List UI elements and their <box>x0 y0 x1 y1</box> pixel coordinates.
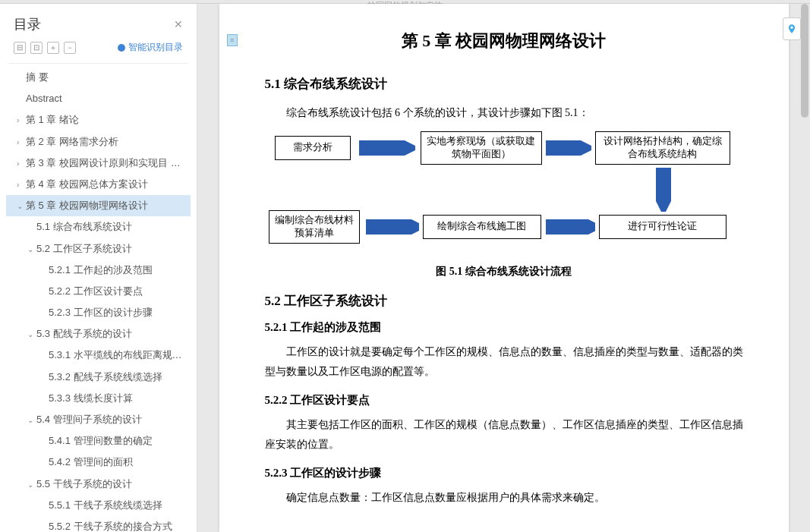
sidebar-title: 目录 <box>14 15 41 33</box>
toc-item-label: 5.5.2 干线子系统的接合方式 <box>49 521 172 532</box>
flowchart: 需求分析 实地考察现场（或获取建筑物平面图） 设计网络拓扑结构，确定综合布线系统… <box>269 131 739 259</box>
content-area: ≡ 第 5 章 校园网物理网络设计 5.1 综合布线系统设计 综合布线系统设计包… <box>197 4 810 532</box>
toc-item[interactable]: 5.3.3 线缆长度计算 <box>6 388 191 409</box>
chevron-down-icon[interactable]: ⌄ <box>27 415 35 426</box>
toc-item[interactable]: ⌄5.4 管理间子系统的设计 <box>6 409 191 430</box>
toc-item[interactable]: 5.3.2 配线子系统线缆选择 <box>6 367 191 388</box>
page-marker-icon[interactable]: ≡ <box>227 34 238 46</box>
heading-5-2: 5.2 工作区子系统设计 <box>265 292 743 310</box>
expand-plus-icon[interactable]: ＋ <box>47 42 59 54</box>
flow-box-5: 绘制综合布线施工图 <box>423 215 541 239</box>
heading-5-2-3: 5.2.3 工作区的设计步骤 <box>265 466 743 480</box>
toc-item[interactable]: 5.3.1 水平缆线的布线距离规… <box>6 345 191 366</box>
toc-item-label: 5.3.2 配线子系统线缆选择 <box>49 371 162 382</box>
heading-5-2-2: 5.2.2 工作区设计要点 <box>265 393 743 408</box>
toc-item-label: 5.4.1 管理间数量的确定 <box>49 435 153 446</box>
para-5-2-1: 工作区的设计就是要确定每个工作区的规模、信息点的数量、信息插座的类型与数量、适配… <box>265 342 743 382</box>
toc-item-label: 5.5.1 干线子系统线缆选择 <box>49 499 162 511</box>
toc-item-label: 5.3.1 水平缆线的布线距离规… <box>49 349 182 360</box>
divider <box>9 63 188 64</box>
toc-item[interactable]: 5.2.3 工作区的设计步骤 <box>6 302 191 323</box>
collapse-icon[interactable]: ⊟ <box>14 42 26 54</box>
sidebar-header: 目录 ✕ <box>0 4 197 41</box>
toc-item[interactable]: ⌄第 5 章 校园网物理网络设计 <box>6 195 191 216</box>
toc-item[interactable]: ⌄5.2 工作区子系统设计 <box>6 238 191 260</box>
toc-item-label: 第 4 章 校园网总体方案设计 <box>26 178 148 190</box>
toc-item[interactable]: Abstract <box>6 88 191 109</box>
toc-item-label: 5.5 干线子系统的设计 <box>36 478 132 490</box>
chevron-right-icon[interactable]: › <box>17 159 24 169</box>
toc-item-label: 5.2.1 工作起的涉及范围 <box>49 264 153 275</box>
flow-box-1: 需求分析 <box>275 136 351 160</box>
toc-item-label: 5.2.2 工作区设计要点 <box>49 285 143 297</box>
toc-item-label: 第 1 章 绪论 <box>26 114 79 125</box>
arrow-left-icon <box>546 219 595 235</box>
location-marker-button[interactable] <box>783 17 801 40</box>
chapter-title: 第 5 章 校园网物理网络设计 <box>265 30 743 52</box>
toc-item-label: 5.3.3 线缆长度计算 <box>49 392 133 404</box>
chevron-right-icon[interactable]: › <box>17 180 24 190</box>
toc-item-label: 5.4.2 管理间的面积 <box>49 456 133 467</box>
toc-item[interactable]: 5.5.2 干线子系统的接合方式 <box>6 516 191 532</box>
toc-item[interactable]: ›第 2 章 网络需求分析 <box>6 131 191 153</box>
heading-5-1: 5.1 综合布线系统设计 <box>265 75 743 93</box>
chevron-down-icon[interactable]: ⌄ <box>27 244 35 255</box>
figure-caption: 图 5.1 综合布线系统设计流程 <box>265 265 743 279</box>
toc-item[interactable]: 5.4.1 管理间数量的确定 <box>6 430 191 452</box>
toc-item-label: Abstract <box>26 93 62 104</box>
toc-item[interactable]: 摘 要 <box>6 67 191 88</box>
para-5-1: 综合布线系统设计包括 6 个系统的设计，其设计步骤如下图 5.1： <box>265 103 743 124</box>
arrow-right-icon <box>546 140 591 156</box>
arrow-left-icon <box>364 219 419 235</box>
toc-item-label: 5.4 管理间子系统的设计 <box>36 414 142 425</box>
smart-detect-link[interactable]: 智能识别目录 <box>118 41 183 54</box>
toc-item[interactable]: ›第 1 章 绪论 <box>6 109 191 131</box>
chevron-down-icon[interactable]: ⌄ <box>27 480 35 490</box>
toc-item[interactable]: 5.2.1 工作起的涉及范围 <box>6 260 191 281</box>
map-pin-icon <box>786 22 797 36</box>
collapse-minus-icon[interactable]: － <box>64 42 76 54</box>
toc-item[interactable]: ⌄5.5 干线子系统的设计 <box>6 474 191 495</box>
heading-5-2-1: 5.2.1 工作起的涉及范围 <box>265 320 743 335</box>
document-page: ≡ 第 5 章 校园网物理网络设计 5.1 综合布线系统设计 综合布线系统设计包… <box>219 4 789 532</box>
para-5-2-3: 确定信息点数量：工作区信息点数量应根据用户的具体需求来确定。 <box>265 488 743 508</box>
toc-item-label: 5.2 工作区子系统设计 <box>36 243 132 254</box>
smart-dot-icon <box>118 44 125 52</box>
toc-item-label: 第 5 章 校园网物理网络设计 <box>26 200 148 211</box>
chevron-down-icon[interactable]: ⌄ <box>17 201 24 212</box>
smart-label: 智能识别目录 <box>128 41 183 54</box>
toc-item-label: 摘 要 <box>26 71 49 83</box>
arrow-right-icon <box>356 140 415 156</box>
toc-sidebar: 目录 ✕ ⊟ ⊡ ＋ － 智能识别目录 摘 要Abstract›第 1 章 绪论… <box>0 4 197 532</box>
arrow-down-icon <box>656 168 671 212</box>
flow-box-4: 进行可行性论证 <box>599 215 726 239</box>
close-icon[interactable]: ✕ <box>174 18 183 30</box>
toc-item[interactable]: 5.4.2 管理间的面积 <box>6 452 191 473</box>
chevron-down-icon[interactable]: ⌄ <box>27 329 35 340</box>
toolbar-icons: ⊟ ⊡ ＋ － <box>14 42 76 54</box>
expand-down-icon[interactable]: ⊡ <box>30 42 43 54</box>
toc-item[interactable]: ›第 3 章 校园网设计原则和实现目 … <box>6 153 191 174</box>
toc-item-label: 第 2 章 网络需求分析 <box>26 136 118 147</box>
chevron-right-icon[interactable]: › <box>17 115 24 126</box>
toc-item[interactable]: 5.5.1 干线子系统线缆选择 <box>6 495 191 516</box>
toc-item[interactable]: 5.2.2 工作区设计要点 <box>6 281 191 302</box>
flow-box-2: 实地考察现场（或获取建筑物平面图） <box>421 131 542 165</box>
toc-item-label: 5.2.3 工作区的设计步骤 <box>49 307 153 318</box>
toc-item-label: 5.3 配线子系统的设计 <box>36 328 132 339</box>
toc-item[interactable]: ⌄5.3 配线子系统的设计 <box>6 323 191 345</box>
toc-item-label: 第 3 章 校园网设计原则和实现目 … <box>26 157 181 168</box>
sidebar-toolbar: ⊟ ⊡ ＋ － 智能识别目录 <box>0 41 197 60</box>
flow-box-3: 设计网络拓扑结构，确定综合布线系统结构 <box>595 131 730 165</box>
toc-item-label: 5.1 综合布线系统设计 <box>36 221 132 232</box>
scrollbar-thumb[interactable] <box>801 4 808 118</box>
toc-list: 摘 要Abstract›第 1 章 绪论›第 2 章 网络需求分析›第 3 章 … <box>0 67 197 532</box>
para-5-2-2: 其主要包括工作区的面积、工作区的规模（信息点数量）、工作区信息插座的类型、工作区… <box>265 415 743 455</box>
flow-box-6: 编制综合布线材料预算清单 <box>269 210 360 244</box>
chevron-right-icon[interactable]: › <box>17 137 24 148</box>
toc-item[interactable]: 5.1 综合布线系统设计 <box>6 216 191 238</box>
toc-item[interactable]: ›第 4 章 校园网总体方案设计 <box>6 174 191 195</box>
